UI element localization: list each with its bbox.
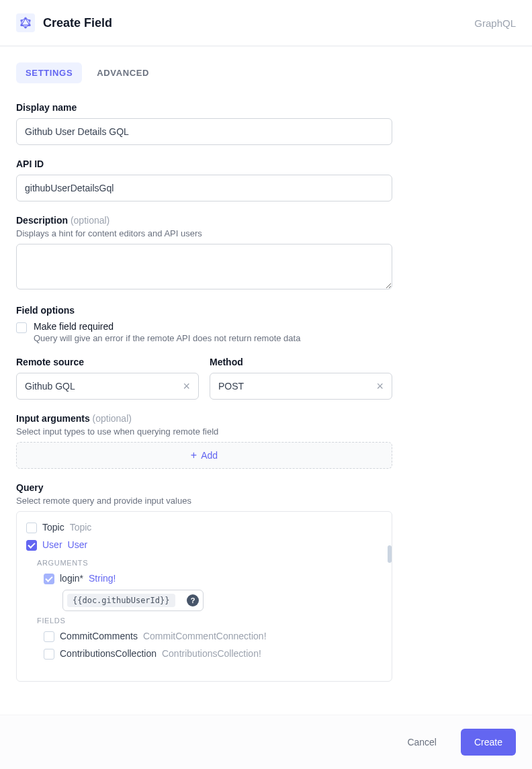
remote-source-value: Github GQL (25, 381, 183, 392)
topic-checkbox[interactable] (26, 523, 37, 533)
add-label: Add (201, 450, 218, 461)
user-type: User (68, 539, 88, 550)
display-name-input[interactable] (16, 118, 392, 145)
login-name: login* (60, 573, 83, 584)
required-checkbox[interactable] (16, 322, 27, 333)
required-hint: Query will give an error if the remote A… (34, 333, 516, 343)
add-input-arg-button[interactable]: + Add (16, 442, 392, 469)
form-content: SETTINGS ADVANCED Display name API ID De… (0, 46, 532, 715)
method-select[interactable]: POST × (210, 373, 392, 400)
description-label: Description (optional) (16, 215, 516, 226)
login-token: {{doc.githubUserId}} (67, 594, 175, 607)
tabs: SETTINGS ADVANCED (16, 62, 516, 83)
fields-section-label: FIELDS (37, 617, 386, 625)
query-tree[interactable]: Topic Topic User User ARGUMENTS login* S… (16, 511, 392, 682)
plus-icon: + (191, 450, 197, 461)
field-type-label: GraphQL (474, 17, 516, 29)
required-label: Make field required (34, 321, 516, 332)
login-value-input[interactable]: {{doc.githubUserId}} ? (62, 590, 204, 611)
tree-node-user[interactable]: User User (26, 536, 386, 553)
display-name-label: Display name (16, 102, 516, 113)
api-id-label: API ID (16, 159, 516, 169)
tree-field-commitcomments[interactable]: CommitComments CommitCommentConnection! (44, 627, 386, 645)
contributions-checkbox[interactable] (44, 649, 54, 660)
user-name: User (42, 539, 62, 550)
help-icon[interactable]: ? (187, 594, 199, 606)
close-icon[interactable]: × (376, 380, 384, 392)
input-args-label: Input arguments (optional) (16, 413, 516, 424)
description-label-text: Description (16, 215, 68, 226)
header-left: Create Field (16, 13, 112, 32)
scrollbar-thumb[interactable] (388, 545, 392, 563)
commitcomments-type: CommitCommentConnection! (143, 631, 267, 641)
dialog-header: Create Field GraphQL (0, 0, 532, 46)
topic-name: Topic (42, 522, 64, 533)
input-args-optional: (optional) (93, 413, 132, 424)
remote-source-select[interactable]: Github GQL × (16, 373, 199, 400)
query-label: Query (16, 482, 516, 493)
tree-arg-login[interactable]: login* String! (44, 570, 386, 587)
method-value: POST (218, 381, 376, 392)
commitcomments-checkbox[interactable] (44, 631, 54, 642)
page-title: Create Field (43, 16, 112, 30)
tree-field-contributions[interactable]: ContributionsCollection ContributionsCol… (44, 645, 386, 662)
create-button[interactable]: Create (461, 729, 516, 756)
input-args-hint: Select input types to use when querying … (16, 426, 516, 437)
field-options-label: Field options (16, 305, 516, 316)
remote-source-label: Remote source (16, 357, 199, 367)
login-checkbox[interactable] (44, 574, 54, 584)
description-hint: Displays a hint for content editors and … (16, 228, 516, 238)
contributions-name: ContributionsCollection (60, 648, 157, 659)
tree-node-topic[interactable]: Topic Topic (26, 518, 386, 536)
dialog-footer: Cancel Create (0, 715, 532, 769)
topic-type: Topic (70, 522, 92, 533)
close-icon[interactable]: × (183, 380, 190, 392)
user-checkbox[interactable] (26, 540, 37, 551)
arguments-section-label: ARGUMENTS (37, 559, 386, 567)
query-hint: Select remote query and provide input va… (16, 496, 516, 506)
graphql-icon (16, 13, 35, 32)
tab-settings[interactable]: SETTINGS (16, 62, 82, 83)
tab-advanced[interactable]: ADVANCED (87, 62, 159, 83)
description-optional: (optional) (71, 215, 109, 226)
method-label: Method (210, 357, 392, 367)
input-args-label-text: Input arguments (16, 413, 90, 424)
login-type: String! (89, 573, 116, 584)
login-value-row: {{doc.githubUserId}} ? (62, 590, 386, 611)
description-input[interactable] (16, 244, 392, 289)
cancel-button[interactable]: Cancel (394, 729, 450, 756)
commitcomments-name: CommitComments (60, 631, 138, 641)
api-id-input[interactable] (16, 175, 392, 201)
contributions-type: ContributionsCollection! (162, 648, 261, 659)
